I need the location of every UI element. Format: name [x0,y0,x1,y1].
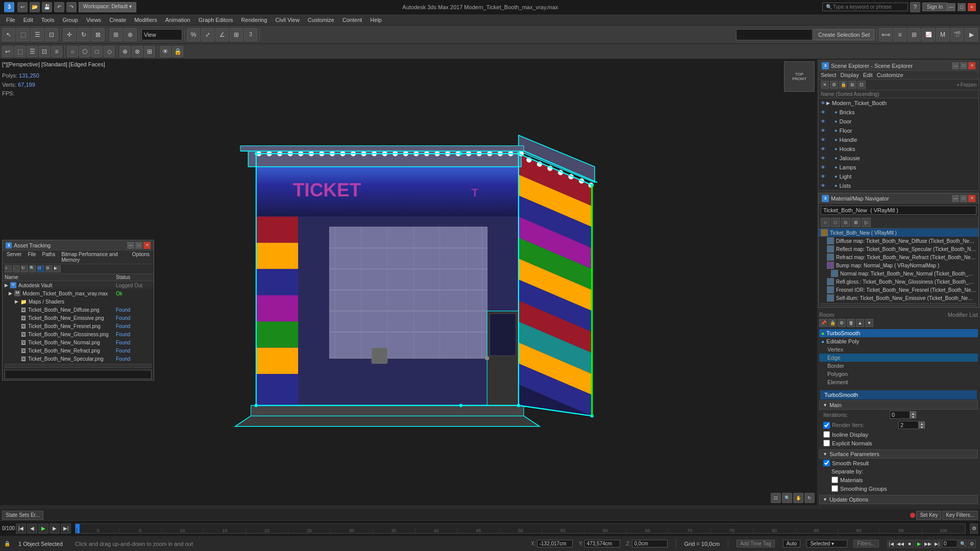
toolbar-quick-btn3[interactable]: 💾 [42,2,52,12]
menu-views[interactable]: Views [82,14,105,26]
modifier-turbosmooth[interactable]: ● TurboSmooth [819,329,978,337]
scene-hierarchy-btn[interactable]: ⊞ [848,81,856,89]
at-menu-file[interactable]: File [24,251,39,263]
mat-reflect-row[interactable]: Reflect map: Ticket_Booth_New_Specular (… [819,245,978,253]
modifier-editable-poly[interactable]: ● Editable Poly [819,337,978,345]
menu-create[interactable]: Create [105,14,130,26]
mat-nav-close[interactable]: ✕ [968,195,975,202]
tb2-shape2[interactable]: ⬡ [79,46,90,57]
sign-in-button[interactable]: Sign In [922,3,947,11]
scene-row-booth[interactable]: 👁 ▶ Modern_Ticket_Booth [819,98,978,108]
modifier-edge[interactable]: Edge [819,354,978,362]
render-iters-input[interactable] [898,421,919,429]
move-tool[interactable]: ✛ [63,28,76,41]
nav-cube[interactable]: TOPFRONT [784,61,815,92]
menu-modifiers[interactable]: Modifiers [130,14,161,26]
smooth-result-check[interactable] [823,460,830,466]
help-icon-btn[interactable]: ? [910,2,920,12]
scene-explorer-close[interactable]: ✕ [968,62,975,69]
tb2-vis2[interactable]: 🔒 [172,46,183,57]
pb-play-btn[interactable]: ▶ [915,540,923,548]
turbosmooth-header[interactable]: TurboSmooth [820,390,977,399]
scene-expand-btn[interactable]: ⊡ [857,81,866,89]
key-filters-btn[interactable]: Key Filters... [942,511,978,520]
tb2-snap3[interactable]: ⊞ [144,46,155,57]
close-button[interactable]: ✕ [968,3,976,11]
render-setup-btn[interactable]: 🎬 [950,28,964,41]
minimize-button[interactable]: — [947,3,955,11]
scene-row-door[interactable]: 👁 ● Door [819,117,978,126]
add-time-tag-btn[interactable]: Add Time Tag [737,540,775,547]
at-row-diffuse[interactable]: 🖼 Ticket_Booth_New_Diffuse.png Found [3,306,154,314]
mat-nav-maximize[interactable]: □ [960,195,967,202]
workspace-dropdown[interactable]: Workspace: Default ▾ [79,2,136,12]
scene-row-hooks[interactable]: 👁 ● Hooks [819,144,978,154]
menu-civil-view[interactable]: Civil View [271,14,303,26]
search-frame-btn[interactable]: 🔍 [959,540,967,548]
pivot-center[interactable]: ⊕ [124,28,137,41]
menu-help[interactable]: Help [366,14,386,26]
prev-frame-btn[interactable]: ◀ [27,523,37,534]
scene-row-lists[interactable]: 👁 ● Lists [819,181,978,190]
menu-animation[interactable]: Animation [161,14,194,26]
tb2-snap2[interactable]: ⊗ [132,46,143,57]
redo-btn[interactable]: ↷ [66,2,77,12]
maximize-button[interactable]: □ [958,3,966,11]
at-menu-options[interactable]: Options [129,251,153,263]
3d-snap[interactable]: 3 [244,28,257,41]
mat-tb-checker[interactable]: ⊞ [851,218,861,227]
scene-row-light[interactable]: 👁 ● Light [819,172,978,181]
at-row-emissive[interactable]: 🖼 Ticket_Booth_New_Emissive.png Found [3,314,154,322]
time-config-btn[interactable]: ⚙ [968,540,976,548]
at-row-fresnel[interactable]: 🖼 Ticket_Booth_New_Fresnel.png Found [3,322,154,330]
zoom-btn[interactable]: 🔍 [782,493,792,503]
at-tb-active[interactable]: ⊡ [37,265,44,272]
menu-file[interactable]: File [2,14,19,26]
at-row-normal[interactable]: 🖼 Ticket_Booth_New_Normal.png Found [3,338,154,346]
next-frame-btn[interactable]: ▶ [50,523,60,534]
scene-row-handle[interactable]: 👁 ● Handle [819,135,978,144]
viewport-label-btn[interactable]: View [141,29,182,40]
x-input[interactable] [537,540,573,547]
pan-btn[interactable]: ✋ [793,493,803,503]
mat-selfillum-row[interactable]: Self-illum: Ticket_Booth_New_Emissive (T… [819,294,978,302]
tb2-shape1[interactable]: ○ [67,46,78,57]
tb2-snap1[interactable]: ⊕ [119,46,131,57]
scene-select-menu[interactable]: Select [821,72,837,78]
grid-snap[interactable]: ⊞ [230,28,243,41]
scene-explorer-minimize[interactable]: — [952,62,959,69]
isoline-check[interactable] [823,431,830,438]
at-row-maps-folder[interactable]: ▶ 📁 Maps / Shaders [3,297,154,306]
tb2-shape3[interactable]: □ [91,46,103,57]
pb-prev-btn[interactable]: ◀◀ [896,540,904,548]
tb2-btn4[interactable]: ⊡ [39,46,50,57]
at-tb-settings[interactable]: ⚙ [45,265,53,272]
rotate-tool[interactable]: ↻ [77,28,90,41]
explicit-normals-check[interactable] [823,440,830,446]
at-row-specular[interactable]: 🖼 Ticket_Booth_New_Specular.png Found [3,355,154,363]
selection-set-input[interactable] [736,29,813,40]
at-path-input[interactable] [5,370,152,379]
select-region[interactable]: ⬚ [16,28,30,41]
mat-diffuse-row[interactable]: Diffuse map: Ticket_Booth_New_Diffuse (T… [819,237,978,245]
filters-btn[interactable]: Filters... [853,540,879,547]
set-key-btn[interactable]: Set Key [916,511,941,520]
mat-nav-scrollbar[interactable] [821,303,976,306]
at-menu-bitmap[interactable]: Bitmap Performance and Memory [58,251,129,263]
surface-params-header[interactable]: ▼ Surface Parameters [819,449,978,459]
mat-tb-cylinder[interactable]: ⊙ [841,218,850,227]
array-tool[interactable]: ⊞ [908,28,921,41]
tb2-vis1[interactable]: 👁 [160,46,171,57]
mirror-tool[interactable]: ⟺ [879,28,892,41]
menu-content[interactable]: Content [338,14,366,26]
mod-pin-btn[interactable]: 📌 [819,319,827,327]
tb2-shape4[interactable]: ◇ [104,46,115,57]
at-tb-refresh[interactable]: ↻ [21,265,28,272]
go-start-btn[interactable]: |◀ [16,523,26,534]
at-menu-server[interactable]: Server [4,251,24,263]
search-input[interactable] [833,4,904,10]
iterations-input[interactable] [890,411,910,419]
menu-rendering[interactable]: Rendering [237,14,272,26]
mod-lock-btn[interactable]: 🔒 [828,319,837,327]
auto-key-indicator[interactable] [910,513,915,518]
